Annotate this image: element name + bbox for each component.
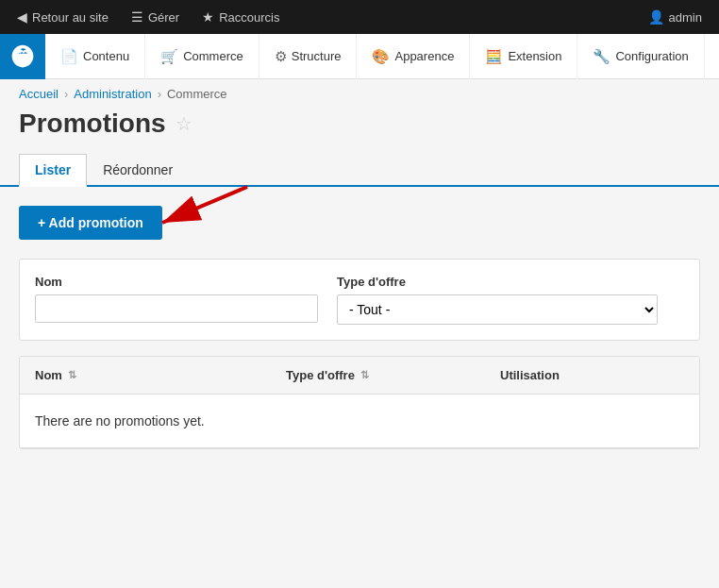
- tab-lister[interactable]: Lister: [19, 154, 87, 187]
- structure-icon: ⚙: [275, 48, 287, 65]
- apparence-icon: 🎨: [372, 48, 390, 65]
- filter-type-group: Type d'offre - Tout -: [337, 275, 658, 325]
- nav-configuration[interactable]: 🔧 Configuration: [577, 34, 704, 79]
- extension-icon: 🧮: [485, 48, 503, 65]
- return-site-button[interactable]: ◀ Retour au site: [8, 6, 118, 28]
- breadcrumb: Accueil › Administration › Commerce: [0, 79, 719, 105]
- nav-apparence[interactable]: 🎨 Apparence: [357, 34, 470, 79]
- data-table: Nom ⇅ Type d'offre ⇅ Utilisation There a…: [19, 356, 700, 449]
- sort-type-icon: ⇅: [360, 369, 369, 381]
- tab-reordonner[interactable]: Réordonner: [87, 154, 189, 187]
- page-title: Promotions: [19, 109, 166, 139]
- add-button-wrapper: + Add promotion: [19, 206, 162, 240]
- filter-nom-input[interactable]: [35, 294, 318, 323]
- drupal-icon: [9, 43, 36, 70]
- table-empty-message: There are no promotions yet.: [20, 395, 699, 448]
- filter-type-select[interactable]: - Tout -: [337, 294, 658, 325]
- admin-nav: 📄 Contenu 🛒 Commerce ⚙ Structure 🎨 Appar…: [0, 34, 719, 79]
- breadcrumb-commerce: Commerce: [167, 87, 227, 101]
- add-promotion-button[interactable]: + Add promotion: [19, 206, 162, 240]
- star-nav-icon: ★: [202, 9, 214, 25]
- favorite-star-icon[interactable]: ☆: [176, 112, 192, 135]
- nav-extension[interactable]: 🧮 Extension: [470, 34, 577, 79]
- top-bar: ◀ Retour au site ☰ Gérer ★ Raccourcis 👤 …: [0, 0, 719, 34]
- configuration-icon: 🔧: [593, 48, 610, 65]
- filter-nom-group: Nom: [35, 275, 318, 323]
- breadcrumb-administration[interactable]: Administration: [74, 87, 151, 101]
- col-header-nom[interactable]: Nom ⇅: [20, 357, 271, 394]
- table-header: Nom ⇅ Type d'offre ⇅ Utilisation: [20, 357, 699, 395]
- breadcrumb-sep-1: ›: [64, 87, 68, 101]
- drupal-logo[interactable]: [0, 34, 45, 79]
- shortcuts-button[interactable]: ★ Raccourcis: [192, 6, 289, 28]
- breadcrumb-sep-2: ›: [158, 87, 161, 101]
- content: + Add promotion Nom Type d'offre - Tout …: [0, 187, 719, 468]
- filter-row: Nom Type d'offre - Tout -: [35, 275, 684, 325]
- admin-user-button[interactable]: 👤 admin: [639, 6, 711, 28]
- user-icon: 👤: [648, 9, 664, 25]
- manage-button[interactable]: ☰ Gérer: [122, 6, 189, 28]
- breadcrumb-accueil[interactable]: Accueil: [19, 87, 59, 101]
- col-header-type[interactable]: Type d'offre ⇅: [271, 357, 485, 394]
- menu-icon: ☰: [131, 9, 143, 25]
- commerce-icon: 🛒: [160, 48, 178, 65]
- filter-nom-label: Nom: [35, 275, 318, 289]
- contenu-icon: 📄: [60, 48, 78, 65]
- col-header-utilisation: Utilisation: [485, 357, 699, 394]
- tabs: Lister Réordonner: [0, 154, 719, 187]
- arrow-left-icon: ◀: [17, 9, 27, 25]
- nav-contenu[interactable]: 📄 Contenu: [45, 34, 145, 79]
- filter-section: Nom Type d'offre - Tout -: [19, 259, 700, 341]
- nav-structure[interactable]: ⚙ Structure: [259, 34, 358, 79]
- nav-commerce[interactable]: 🛒 Commerce: [145, 34, 259, 79]
- page-header: Promotions ☆: [0, 105, 719, 154]
- svg-line-1: [162, 187, 247, 223]
- sort-nom-icon: ⇅: [68, 369, 76, 381]
- filter-type-label: Type d'offre: [337, 275, 658, 289]
